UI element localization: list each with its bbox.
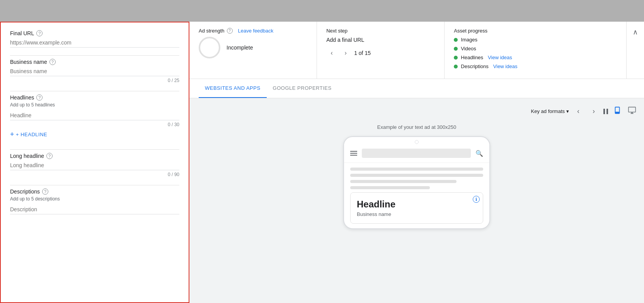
leave-feedback-link[interactable]: Leave feedback [238,28,274,34]
content-line-4 [350,186,430,189]
descriptions-asset-label: Descriptions [461,63,489,69]
headlines-label-text: Headlines [10,94,34,101]
final-url-section: Final URL ? [10,30,179,48]
business-name-label: Business name ? [10,59,179,65]
final-url-help-icon[interactable]: ? [36,30,43,36]
headline-input[interactable] [10,111,179,120]
preview-toolbar: Key ad formats ▾ ‹ › [196,104,638,118]
videos-dot [454,47,458,51]
preview-prev-button[interactable]: ‹ [572,105,584,118]
business-name-help-icon[interactable]: ? [49,59,56,65]
tab-websites-and-apps[interactable]: WEBSITES AND APPS [199,79,267,98]
descriptions-dot [454,65,458,68]
next-step-nav: ‹ › 1 of 15 [326,48,435,58]
headlines-dot [454,56,458,60]
right-panel: Ad strength ? Leave feedback Incomplete … [189,22,644,303]
videos-label: Videos [461,46,476,51]
ad-strength-title-text: Ad strength [199,28,225,34]
headlines-view-ideas-link[interactable]: View ideas [488,55,512,60]
key-ad-formats-dropdown-icon: ▾ [566,108,569,114]
preview-next-button[interactable]: › [588,105,600,118]
descriptions-help-icon[interactable]: ? [42,188,48,195]
step-count: 1 of 15 [354,50,371,56]
step-total: 15 [365,50,371,56]
headlines-label: Headlines ? [10,94,179,101]
ad-strength-help-icon[interactable]: ? [227,28,233,34]
long-headline-help-icon[interactable]: ? [46,153,53,159]
preview-center: Example of your text ad at 300x250 🔍 [196,124,638,229]
headlines-help-icon[interactable]: ? [36,94,43,101]
left-panel: Final URL ? Business name ? 0 / 25 Hea [0,22,189,303]
pause-button[interactable] [603,109,608,114]
descriptions-sublabel: Add up to 5 descriptions [10,196,179,202]
asset-item-headlines: Headlines View ideas [454,55,617,60]
ad-info-icon[interactable]: ℹ [473,196,480,203]
collapse-asset-progress-button[interactable]: ∧ [627,22,644,43]
desktop-view-button[interactable] [626,104,638,118]
preview-label: Example of your text ad at 300x250 [377,124,457,130]
top-bar [0,0,644,22]
headline-char-count: 0 / 30 [10,122,179,127]
phone-camera [415,140,419,144]
ad-business-name-preview: Business name [357,211,477,217]
preview-area: Key ad formats ▾ ‹ › [189,98,644,303]
asset-progress-title: Asset progress [454,28,617,34]
headlines-sublabel: Add up to 5 headlines [10,102,179,108]
next-step-button[interactable]: › [340,48,351,58]
headlines-asset-label: Headlines [461,55,483,60]
ad-card: ℹ Headline Business name [350,192,483,224]
long-headline-section: Long headline ? 0 / 90 [10,153,179,177]
step-current: 1 [354,50,357,56]
next-step-text: Add a final URL [326,37,435,43]
prev-step-button[interactable]: ‹ [326,48,337,58]
long-headline-label: Long headline ? [10,153,179,159]
phone-top-bar: 🔍 [344,144,489,163]
descriptions-label-text: Descriptions [10,188,40,195]
pause-bar-left [603,109,605,114]
ad-strength-status: Incomplete [227,45,253,51]
next-step-section: Next step Add a final URL ‹ › 1 of 15 [317,22,445,79]
images-label: Images [461,37,477,43]
final-url-input[interactable] [10,38,179,48]
add-headline-button[interactable]: + + HEADLINE [10,127,47,142]
phone-content: ℹ Headline Business name [344,163,489,228]
plus-icon: + [10,130,14,139]
next-step-title: Next step [326,28,435,34]
headlines-section: Headlines ? Add up to 5 headlines 0 / 30… [10,94,179,142]
asset-item-videos: Videos [454,46,617,51]
business-name-section: Business name ? 0 / 25 [10,59,179,83]
description-input[interactable] [10,205,179,214]
descriptions-label: Descriptions ? [10,188,179,195]
final-url-label-text: Final URL [10,30,34,36]
long-headline-label-text: Long headline [10,153,44,159]
search-icon: 🔍 [475,150,483,157]
hamburger-icon [350,151,357,156]
next-step-title-text: Next step [326,28,348,34]
mobile-view-button[interactable] [612,104,623,118]
tab-google-properties[interactable]: GOOGLE PROPERTIES [267,79,338,98]
pause-bar-right [607,109,608,114]
business-name-label-text: Business name [10,59,47,65]
descriptions-section: Descriptions ? Add up to 5 descriptions [10,188,179,214]
ad-headline-preview: Headline [357,199,477,210]
mock-search-bar [362,149,471,158]
asset-progress-title-text: Asset progress [454,28,487,34]
ad-strength-section: Ad strength ? Leave feedback Incomplete [189,22,317,79]
tabs-bar: WEBSITES AND APPS GOOGLE PROPERTIES [189,79,644,98]
asset-item-descriptions: Descriptions View ideas [454,63,617,69]
asset-list: Images Videos Headlines View ideas [454,37,617,69]
content-line-2 [350,174,483,177]
key-ad-formats-button[interactable]: Key ad formats ▾ [531,108,569,114]
long-headline-char-count: 0 / 90 [10,172,179,177]
long-headline-input[interactable] [10,161,179,170]
ad-strength-content: Incomplete [199,37,307,58]
final-url-label: Final URL ? [10,30,179,36]
content-line-1 [350,168,483,171]
step-separator: of [359,50,365,56]
add-headline-label: + HEADLINE [16,132,47,137]
business-name-input[interactable] [10,67,179,76]
asset-progress-section: Asset progress Images Videos [445,22,627,79]
descriptions-view-ideas-link[interactable]: View ideas [493,63,518,69]
content-line-3 [350,180,457,183]
asset-item-images: Images [454,37,617,43]
